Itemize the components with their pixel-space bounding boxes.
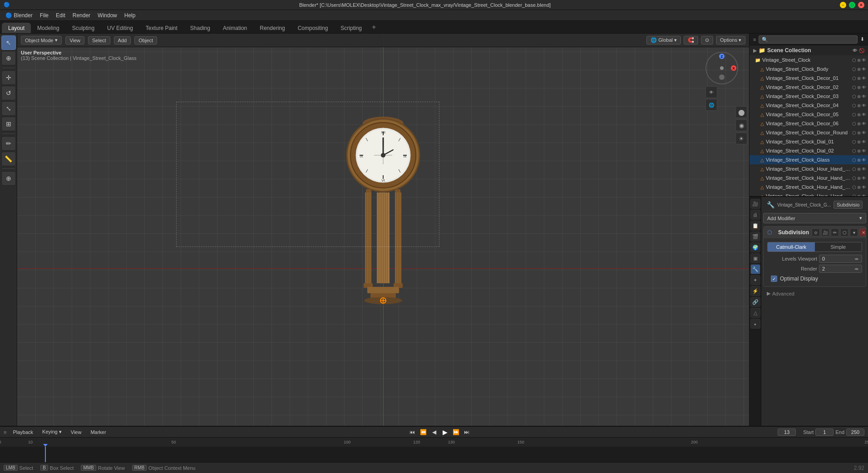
prop-scene[interactable]: 🎬 [750,232,760,241]
advanced-section[interactable]: ▶ Advanced [763,289,866,298]
proportional-edit[interactable]: ⊙ [701,36,713,44]
prop-world[interactable]: 🌍 [750,242,760,252]
snapping[interactable]: 🧲 [684,36,698,44]
mode-catmull-clark[interactable]: Catmull-Clark [768,242,815,251]
start-frame-input[interactable] [815,429,833,436]
item-eye-icon[interactable]: 👁 [862,167,866,172]
modifier-expand-btn[interactable]: ▾ [850,228,858,236]
prop-modifier[interactable]: 🔧 [750,264,760,274]
tool-annotate[interactable]: ✏ [1,136,16,151]
viewport-shading-material[interactable]: ◉ [735,119,747,131]
item-eye-icon[interactable]: 👁 [862,176,866,181]
play-reverse-btn[interactable]: ◀ [429,428,439,437]
prop-physics[interactable]: ⚡ [750,286,760,296]
marker-menu[interactable]: Marker [88,429,108,436]
options-menu[interactable]: Options ▾ [716,36,745,44]
step-forward-btn[interactable]: ⏩ [451,428,460,437]
outliner-item[interactable]: △ Vintage_Street_Clock_Body ⬡ ⊗ 👁 [750,64,868,74]
item-eye-icon[interactable]: 👁 [862,121,866,126]
outliner-restrict-icon[interactable]: 🚫 [859,48,864,53]
playback-menu[interactable]: Playback [10,429,36,436]
prop-constraints[interactable]: 🔗 [750,297,760,307]
keying-menu[interactable]: Keying ▾ [39,428,64,436]
item-link-icon[interactable]: ⊗ [857,112,861,117]
tab-uv-editing[interactable]: UV Editing [101,23,139,33]
outliner-item[interactable]: △ Vintage_Street_Clock_Dial_02 ⬡ ⊗ 👁 [750,146,868,155]
minimize-button[interactable]: − [840,2,846,8]
item-eye-icon[interactable]: 👁 [862,194,866,197]
jump-start-btn[interactable]: ⏮ [408,428,417,437]
item-data-icon[interactable]: ⬡ [852,58,856,63]
nav-gizmo[interactable]: Z X 👁 🌐 [705,52,742,88]
view-menu[interactable]: View [65,36,84,44]
tool-select[interactable]: ↖ [1,35,16,50]
item-eye-icon[interactable]: 👁 [862,130,866,135]
end-frame-input[interactable] [846,429,864,436]
item-data-icon[interactable]: ⬡ [852,67,856,72]
item-link-icon[interactable]: ⊗ [857,67,861,72]
item-link-icon[interactable]: ⊗ [857,85,861,90]
item-data-icon[interactable]: ⬡ [852,121,856,126]
menu-blender[interactable]: 🔵 Blender [2,11,36,20]
outliner-filter-icon[interactable]: ⬇ [860,36,864,42]
item-eye-icon[interactable]: 👁 [862,112,866,117]
item-data-icon[interactable]: ⬡ [852,167,856,172]
item-data-icon[interactable]: ⬡ [852,94,856,99]
menu-help[interactable]: Help [121,11,139,20]
item-link-icon[interactable]: ⊗ [857,167,861,172]
item-link-icon[interactable]: ⊗ [857,148,861,153]
item-eye-icon[interactable]: 👁 [862,103,866,108]
item-eye-icon[interactable]: 👁 [862,148,866,153]
outliner-item[interactable]: △ Vintage_Street_Clock_Decor_Round ⬡ ⊗ 👁 [750,128,868,137]
modifier-cage-btn[interactable]: ⬡ [840,228,848,236]
tool-scale[interactable]: ⤡ [1,101,16,116]
tab-texture-paint[interactable]: Texture Paint [139,23,184,33]
tab-compositing[interactable]: Compositing [291,23,335,33]
tab-scripting[interactable]: Scripting [334,23,368,33]
outliner-search[interactable] [759,35,858,44]
play-btn[interactable]: ▶ [440,428,449,437]
item-eye-icon[interactable]: 👁 [862,85,866,90]
object-mode-selector[interactable]: Object Mode▾ [21,36,62,44]
item-data-icon[interactable]: ⬡ [852,176,856,181]
mode-simple[interactable]: Simple [815,242,862,251]
outliner-item[interactable]: △ Vintage_Street_Clock_Decor_03 ⬡ ⊗ 👁 [750,92,868,101]
gizmo-local[interactable]: 🌐 [705,99,717,111]
outliner-item[interactable]: △ Vintage_Street_Clock_Glass ⬡ ⊗ 👁 [750,155,868,164]
tab-rendering[interactable]: Rendering [253,23,291,33]
item-eye-icon[interactable]: 👁 [862,76,866,81]
outliner-item[interactable]: △ Vintage_Street_Clock_Hour_Hand_Small ⬡… [750,192,868,196]
prop-particles[interactable]: ✦ [750,275,760,285]
item-link-icon[interactable]: ⊗ [857,130,861,135]
tab-add[interactable]: + [368,21,380,33]
gizmo-x-right[interactable]: X [731,65,736,71]
outliner-item[interactable]: △ Vintage_Street_Clock_Hour_Hand_Big_0 ⬡… [750,173,868,182]
tool-add[interactable]: ⊕ [1,171,16,186]
maximize-button[interactable]: □ [849,2,855,8]
modifier-close-btn[interactable]: ✕ [859,228,866,236]
outliner-item[interactable]: △ Vintage_Street_Clock_Decor_06 ⬡ ⊗ 👁 [750,119,868,128]
outliner-item[interactable]: △ Vintage_Street_Clock_Decor_02 ⬡ ⊗ 👁 [750,83,868,92]
menu-window[interactable]: Window [94,11,121,20]
item-data-icon[interactable]: ⬡ [852,112,856,117]
item-data-icon[interactable]: ⬡ [852,103,856,108]
current-frame-input[interactable]: 13 [778,429,796,436]
outliner-item[interactable]: △ Vintage_Street_Clock_Decor_01 ⬡ ⊗ 👁 [750,74,868,83]
item-eye-icon[interactable]: 👁 [862,139,866,144]
menu-edit[interactable]: Edit [52,11,69,20]
close-button[interactable]: ✕ [858,2,864,8]
item-data-icon[interactable]: ⬡ [852,148,856,153]
tab-layout[interactable]: Layout [2,23,31,33]
item-eye-icon[interactable]: 👁 [862,67,866,72]
outliner-item[interactable]: △ Vintage_Street_Clock_Hour_Hand_Small ⬡… [750,182,868,192]
outliner-item[interactable]: 📁 Vintage_Street_Clock ⬡ ⊗ 👁 [750,55,868,64]
timeline-bar[interactable] [0,447,868,462]
tool-rotate[interactable]: ↺ [1,86,16,100]
item-eye-icon[interactable]: 👁 [862,58,866,63]
tool-transform[interactable]: ⊞ [1,117,16,131]
viewport[interactable]: Object Mode▾ View Select Add Object 🌐 Gl… [17,34,749,426]
prop-object[interactable]: ▣ [750,253,760,263]
item-eye-icon[interactable]: 👁 [862,158,866,163]
timeline-track[interactable]: 0 10 50 100 120 130 150 200 250 [0,438,868,462]
tab-animation[interactable]: Animation [217,23,253,33]
